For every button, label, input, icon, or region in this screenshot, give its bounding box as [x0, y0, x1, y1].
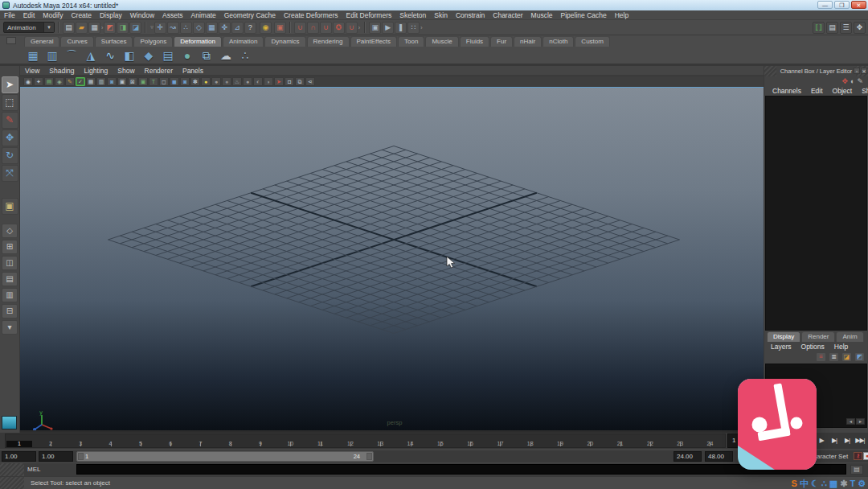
frame-cell[interactable]: 7 — [186, 434, 215, 447]
layer-scroll-left-button[interactable]: ◂ — [846, 418, 855, 425]
shelf-tab-curves[interactable]: Curves — [60, 36, 93, 47]
multisample-icon[interactable]: ◐ — [253, 77, 263, 86]
bookmark-icon[interactable]: ◈ — [55, 77, 64, 86]
make-live-icon[interactable]: ✜ — [219, 22, 231, 34]
film-gate-icon[interactable]: ▦ — [86, 77, 96, 86]
frame-cell[interactable]: 19 — [545, 434, 575, 447]
shelf-tab-polygons[interactable]: Polygons — [133, 36, 173, 47]
layer-tab-anim[interactable]: Anim — [836, 331, 863, 342]
input-connections-icon[interactable]: ∪ — [294, 22, 306, 34]
step-next-frame-button[interactable]: ▶| — [841, 434, 854, 446]
shelf-tab-dynamics[interactable]: Dynamics — [264, 36, 305, 47]
layout-four-pane-button[interactable]: ⊞ — [2, 240, 18, 254]
flare-deformer-icon[interactable]: ◮ — [82, 47, 100, 64]
tool-settings-toggle-icon[interactable]: ☰ — [840, 22, 852, 34]
select-hierarchy-icon[interactable]: ◩ — [104, 22, 116, 34]
title-bar[interactable]: Autodesk Maya 2014 x64: untitled* —❐✕ — [0, 0, 868, 10]
wireframe-on-shaded-icon[interactable]: ✽ — [190, 77, 200, 86]
2d-pan-zoom-icon[interactable]: ✎ — [65, 77, 75, 86]
depth-of-field-icon[interactable]: ◗ — [264, 77, 273, 86]
exposure-icon[interactable]: ⧉ — [295, 77, 305, 86]
gate-mask-icon[interactable]: ◙ — [107, 77, 117, 86]
layout-single-pane-button[interactable]: ◇ — [2, 224, 18, 238]
panel-float-icon[interactable]: ▫ — [854, 68, 860, 74]
frame-cell[interactable]: 4 — [96, 434, 125, 447]
menu-item[interactable]: Modify — [39, 10, 67, 20]
last-tool-icon[interactable]: ▣ — [2, 198, 18, 215]
input-line-ops-icon[interactable]: ✪ — [333, 22, 345, 34]
layer-menu-item[interactable]: Layers — [766, 342, 796, 351]
menu-item[interactable]: Character — [489, 10, 526, 20]
input-mode-icon[interactable]: 中 — [800, 478, 809, 489]
channel-menu-item[interactable]: Channels — [768, 86, 806, 96]
paint-select-tool[interactable]: ✎ — [2, 112, 18, 129]
shelf-tab-painteffects[interactable]: PaintEffects — [350, 36, 398, 47]
panel-menu-item[interactable]: View — [20, 66, 44, 76]
render-settings-icon[interactable]: ❚ — [395, 22, 407, 34]
sine-deformer-icon[interactable]: ∿ — [101, 47, 119, 64]
bend-deformer-icon[interactable]: ⌒ — [63, 47, 80, 64]
menu-item[interactable]: Create Deformers — [280, 10, 342, 20]
all-lights-icon[interactable]: ● — [211, 77, 221, 86]
field-chart-icon[interactable]: ▣ — [117, 77, 127, 86]
menu-item[interactable]: Assets — [158, 10, 187, 20]
snap-to-view-plane-icon[interactable]: ▦ — [206, 22, 218, 34]
safe-action-icon[interactable]: ⊠ — [128, 77, 137, 86]
playback-start-field[interactable]: 1.00 — [39, 451, 73, 462]
snap-to-grid-icon[interactable]: ✛ — [154, 22, 166, 34]
lattice-icon[interactable]: ▦ — [24, 47, 42, 64]
select-tool[interactable]: ➤ — [2, 76, 18, 93]
auto-keyframe-icon[interactable]: ● — [863, 452, 868, 460]
textured-mode-icon[interactable]: ◙ — [180, 77, 190, 86]
channel-box-toggle-icon[interactable]: ✥ — [854, 22, 866, 34]
animation-start-field[interactable]: 1.00 — [2, 451, 36, 462]
frame-cell[interactable]: 2 — [35, 434, 65, 447]
handwriting-icon[interactable]: ✱ — [840, 478, 847, 489]
panel-close-icon[interactable]: ✕ — [861, 68, 867, 74]
wave-deformer-icon[interactable]: ▤ — [159, 47, 177, 64]
new-scene-icon[interactable]: ▤ — [63, 22, 75, 34]
image-plane-icon[interactable]: ▤ — [44, 77, 54, 86]
menu-item[interactable]: Edit — [19, 10, 39, 20]
wireframe-mode-icon[interactable]: ◻ — [159, 77, 169, 86]
motion-blur-icon[interactable]: ● — [243, 77, 252, 86]
render-current-frame-icon[interactable]: ▣ — [369, 22, 381, 34]
frame-cell[interactable]: 11 — [305, 434, 335, 447]
step-next-key-button[interactable]: ▶| — [828, 434, 841, 446]
select-component-icon[interactable]: ◪ — [129, 22, 141, 34]
grid-toggle-icon[interactable]: ⟦⟧ — [813, 22, 825, 34]
layout-more-button[interactable]: ▾ — [2, 320, 18, 335]
snap-to-point-icon[interactable]: ∴ — [180, 22, 192, 34]
move-layer-down-icon[interactable]: ≣ — [829, 352, 839, 362]
panel-menu-item[interactable]: Show — [113, 66, 139, 76]
frame-cell[interactable]: 13 — [366, 434, 395, 447]
manipulator-attr-icon[interactable]: ✥ — [841, 76, 848, 86]
layout-persp-outliner-button[interactable]: ◫ — [2, 256, 18, 270]
range-end-handle[interactable] — [366, 453, 372, 460]
frame-cell[interactable]: 21 — [605, 434, 635, 447]
wrap-deformer-icon[interactable]: ▥ — [43, 47, 61, 64]
soft-keyboard-icon[interactable]: ▦ — [829, 478, 837, 489]
scale-tool[interactable]: ⤧ — [2, 165, 18, 182]
frame-cell[interactable]: 17 — [485, 434, 515, 447]
twist-deformer-icon[interactable]: ◆ — [140, 47, 158, 64]
create-layer-from-selected-icon[interactable]: ◩ — [854, 352, 865, 362]
select-camera-icon[interactable]: ◉ — [23, 77, 33, 86]
resolution-gate-icon[interactable]: ▥ — [96, 77, 106, 86]
time-slider-track[interactable]: 1 2 3 4 5 6 7 — [5, 434, 726, 448]
command-language-button[interactable]: MEL — [27, 463, 40, 476]
shelf-tab-animation[interactable]: Animation — [223, 36, 264, 47]
skin-center-icon[interactable]: T — [850, 478, 855, 489]
set-key-icon[interactable]: ⚷ — [854, 452, 862, 460]
frame-cell[interactable]: 3 — [66, 434, 96, 447]
layout-hypershade-persp-button[interactable]: ▥ — [2, 288, 18, 302]
frame-cell[interactable]: 18 — [515, 434, 545, 447]
hyperbolic-spinner-icon[interactable]: ✎ — [857, 76, 863, 86]
default-lighting-icon[interactable]: ● — [201, 77, 211, 86]
symmetry-help-icon[interactable]: ? — [244, 22, 256, 34]
speed-state-icon[interactable]: ◐ — [850, 76, 854, 86]
layer-menu-item[interactable]: Options — [796, 342, 829, 351]
shelf-tab-rendering[interactable]: Rendering — [307, 36, 350, 47]
shelf-menu-icon[interactable] — [6, 37, 16, 44]
screen-space-ao-icon[interactable]: ♨ — [232, 77, 242, 86]
